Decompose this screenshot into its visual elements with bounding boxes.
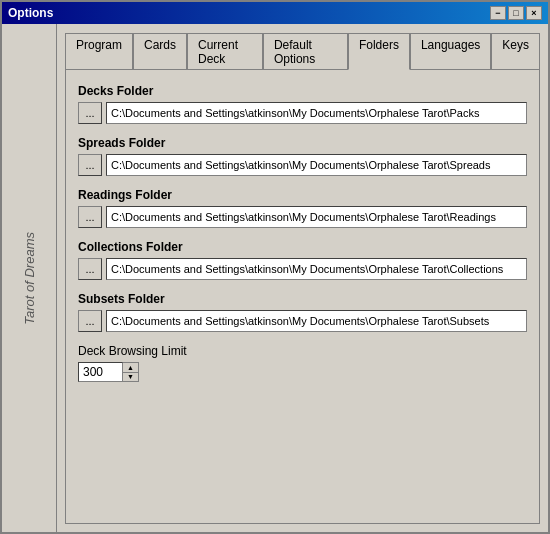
collections-browse-button[interactable]: ... [78, 258, 102, 280]
sidebar-text: Tarot of Dreams [22, 232, 37, 325]
title-bar: Options − □ × [2, 2, 548, 24]
spinner-up-button[interactable]: ▲ [123, 363, 138, 373]
deck-limit-spinner-row: ▲ ▼ [78, 362, 527, 382]
tab-default-options[interactable]: Default Options [263, 33, 348, 70]
options-window: Options − □ × Tarot of Dreams Program Ca… [0, 0, 550, 534]
sidebar-label-1: Tarot of Dreams [22, 232, 37, 325]
readings-folder-input[interactable] [106, 206, 527, 228]
title-bar-controls: − □ × [490, 6, 542, 20]
decks-browse-button[interactable]: ... [78, 102, 102, 124]
subsets-folder-input[interactable] [106, 310, 527, 332]
spreads-browse-button[interactable]: ... [78, 154, 102, 176]
subsets-browse-button[interactable]: ... [78, 310, 102, 332]
deck-browsing-section: Deck Browsing Limit ▲ ▼ [78, 344, 527, 382]
spreads-folder-input[interactable] [106, 154, 527, 176]
spinner-down-button[interactable]: ▼ [123, 373, 138, 382]
spreads-folder-group: Spreads Folder ... [78, 136, 527, 176]
tab-program[interactable]: Program [65, 33, 133, 70]
decks-folder-row: ... [78, 102, 527, 124]
collections-folder-input[interactable] [106, 258, 527, 280]
maximize-button[interactable]: □ [508, 6, 524, 20]
collections-folder-label: Collections Folder [78, 240, 527, 254]
readings-folder-row: ... [78, 206, 527, 228]
collections-folder-row: ... [78, 258, 527, 280]
close-button[interactable]: × [526, 6, 542, 20]
tab-keys[interactable]: Keys [491, 33, 540, 70]
tab-bar: Program Cards Current Deck Default Optio… [65, 32, 540, 69]
collections-folder-group: Collections Folder ... [78, 240, 527, 280]
spreads-folder-label: Spreads Folder [78, 136, 527, 150]
readings-browse-button[interactable]: ... [78, 206, 102, 228]
tab-current-deck[interactable]: Current Deck [187, 33, 263, 70]
tab-cards[interactable]: Cards [133, 33, 187, 70]
main-area: Program Cards Current Deck Default Optio… [57, 24, 548, 532]
tab-folders[interactable]: Folders [348, 33, 410, 70]
readings-folder-group: Readings Folder ... [78, 188, 527, 228]
folders-tab-content: Decks Folder ... Spreads Folder ... [65, 69, 540, 524]
subsets-folder-group: Subsets Folder ... [78, 292, 527, 332]
decks-folder-label: Decks Folder [78, 84, 527, 98]
spinner-buttons: ▲ ▼ [123, 362, 139, 382]
spreads-folder-row: ... [78, 154, 527, 176]
tab-languages[interactable]: Languages [410, 33, 491, 70]
sidebar: Tarot of Dreams [2, 24, 57, 532]
window-title: Options [8, 6, 53, 20]
deck-limit-input[interactable] [78, 362, 123, 382]
subsets-folder-row: ... [78, 310, 527, 332]
minimize-button[interactable]: − [490, 6, 506, 20]
decks-folder-group: Decks Folder ... [78, 84, 527, 124]
window-content: Tarot of Dreams Program Cards Current De… [2, 24, 548, 532]
subsets-folder-label: Subsets Folder [78, 292, 527, 306]
deck-browsing-limit-label: Deck Browsing Limit [78, 344, 527, 358]
decks-folder-input[interactable] [106, 102, 527, 124]
readings-folder-label: Readings Folder [78, 188, 527, 202]
